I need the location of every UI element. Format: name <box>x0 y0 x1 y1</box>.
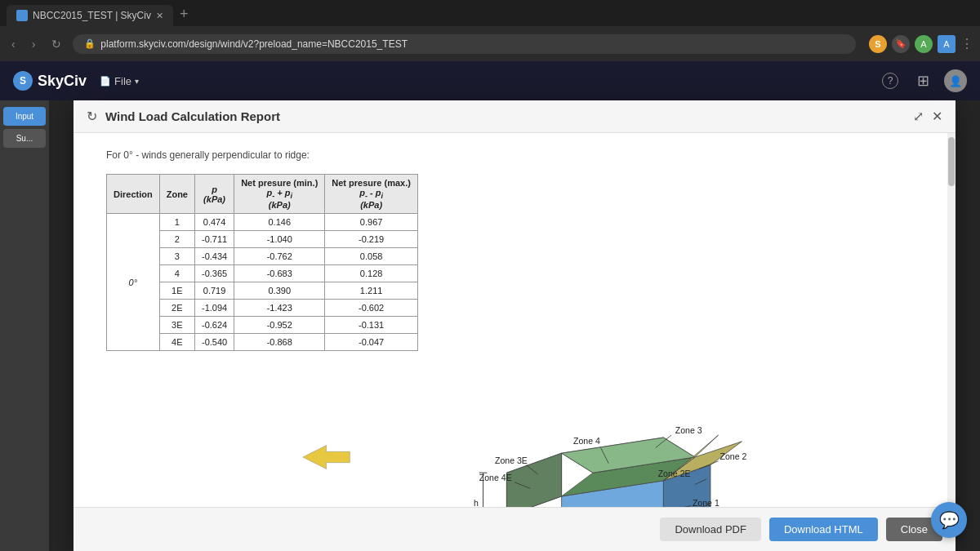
modal-footer: Download PDF Download HTML Close <box>74 507 956 551</box>
max-cell: -0.219 <box>325 231 418 248</box>
col-zone: Zone <box>159 175 194 214</box>
scrollbar-track[interactable] <box>947 133 956 507</box>
p-cell: 0.719 <box>194 282 234 300</box>
wind-arrow <box>303 446 350 469</box>
content-area: Input Su... ↻ Wind Load Calculation Repo… <box>0 100 980 551</box>
modal-expand-icon[interactable]: ⤢ <box>913 109 924 124</box>
scrollbar-thumb[interactable] <box>948 137 955 186</box>
zone-cell: 1E <box>159 282 194 300</box>
app-header: S SkyCiv 📄 File ▾ ? ⊞ 👤 <box>0 61 980 100</box>
nav-reload-button[interactable]: ↻ <box>47 35 66 53</box>
p-cell: -0.434 <box>194 248 234 265</box>
zone3e-label: Zone 3E <box>495 455 528 465</box>
browser-extension-2[interactable]: 🔖 <box>892 35 910 53</box>
avatar[interactable]: 👤 <box>944 69 967 92</box>
tab-bar: NBCC2015_TEST | SkyCiv ✕ + <box>0 0 980 26</box>
col-net-max: Net presure (max.)p- - pi(kPa) <box>325 175 418 214</box>
lock-icon: 🔒 <box>84 38 96 49</box>
min-cell: -0.952 <box>234 317 325 334</box>
browser-extension-4[interactable]: A <box>938 35 956 53</box>
left-panel: Input Su... <box>0 100 49 551</box>
summary-sidebar-button[interactable]: Su... <box>3 129 46 148</box>
pressure-table: Direction Zone p(kPa) Net presure (min.)… <box>106 174 418 351</box>
grid-menu-button[interactable]: ⊞ <box>911 69 934 92</box>
p-cell: 0.474 <box>194 214 234 231</box>
max-cell: 0.967 <box>325 214 418 231</box>
new-tab-button[interactable]: + <box>173 6 195 23</box>
min-cell: -0.868 <box>234 334 325 351</box>
input-sidebar-button[interactable]: Input <box>3 107 46 126</box>
zone2-label: Zone 2 <box>720 451 747 461</box>
zone-cell: 2 <box>159 231 194 248</box>
zone4e-label: Zone 4E <box>479 473 512 482</box>
tab-favicon <box>16 10 28 21</box>
modal-refresh-icon[interactable]: ↻ <box>87 109 97 124</box>
zone-cell: 1 <box>159 214 194 231</box>
min-cell: -1.423 <box>234 300 325 317</box>
chat-bubble-button[interactable]: 💬 <box>931 502 967 538</box>
tab-label: NBCC2015_TEST | SkyCiv <box>33 10 151 21</box>
nav-back-button[interactable]: ‹ <box>7 35 20 53</box>
col-direction: Direction <box>107 175 160 214</box>
nav-forward-button[interactable]: › <box>27 35 41 53</box>
min-cell: -1.040 <box>234 231 325 248</box>
browser-extension-1[interactable]: S <box>869 35 887 53</box>
max-cell: 0.128 <box>325 265 418 282</box>
zone-cell: 3 <box>159 248 194 265</box>
h-dim-label: h <box>474 498 479 507</box>
active-tab[interactable]: NBCC2015_TEST | SkyCiv ✕ <box>7 5 173 26</box>
zone-cell: 3E <box>159 317 194 334</box>
zone1-label: Zone 1 <box>693 498 719 507</box>
logo-text: SkyCiv <box>38 73 87 90</box>
help-icon: ? <box>882 73 898 89</box>
report-modal: ↻ Wind Load Calculation Report ⤢ ✕ For 0… <box>74 100 956 551</box>
skyciv-logo: S SkyCiv <box>13 71 87 91</box>
file-menu-button[interactable]: 📄 File ▾ <box>100 75 139 87</box>
zone-cell: 4E <box>159 334 194 351</box>
min-cell: -0.683 <box>234 265 325 282</box>
modal-title: Wind Load Calculation Report <box>105 109 905 123</box>
modal-body: For 0° - winds generally perpendicular t… <box>74 133 956 507</box>
min-cell: -0.762 <box>234 248 325 265</box>
col-p: p(kPa) <box>194 175 234 214</box>
modal-overlay: ↻ Wind Load Calculation Report ⤢ ✕ For 0… <box>49 100 980 551</box>
svg-marker-0 <box>303 446 350 469</box>
more-tools-button[interactable]: ⋮ <box>960 36 973 51</box>
modal-close-icon[interactable]: ✕ <box>932 109 942 124</box>
zone2e-label: Zone 2E <box>658 469 691 478</box>
section-subtitle: For 0° - winds generally perpendicular t… <box>106 149 923 161</box>
min-cell: 0.390 <box>234 282 325 300</box>
file-label: File <box>114 75 131 87</box>
browser-extension-3[interactable]: A <box>915 35 933 53</box>
zone-cell: 2E <box>159 300 194 317</box>
browser-icons: S 🔖 A A ⋮ <box>869 35 973 53</box>
col-net-min: Net presure (min.)p- + pi(kPa) <box>234 175 325 214</box>
p-cell: -0.540 <box>194 334 234 351</box>
building-diagram: h θ L Zone 3 Zone 2 Zo <box>106 371 923 507</box>
p-cell: -0.365 <box>194 265 234 282</box>
zone4-label: Zone 4 <box>573 436 600 446</box>
help-button[interactable]: ? <box>879 69 902 92</box>
tab-close-button[interactable]: ✕ <box>156 11 163 21</box>
p-cell: -0.624 <box>194 317 234 334</box>
browser-chrome: NBCC2015_TEST | SkyCiv ✕ + ‹ › ↻ 🔒 platf… <box>0 0 980 61</box>
direction-cell: 0° <box>107 214 160 351</box>
url-text: platform.skyciv.com/design/wind/v2?prelo… <box>100 38 408 50</box>
app-shell: S SkyCiv 📄 File ▾ ? ⊞ 👤 Input Su... <box>0 61 980 551</box>
p-cell: -1.094 <box>194 300 234 317</box>
modal-header-icons: ⤢ ✕ <box>913 109 942 124</box>
max-cell: -0.602 <box>325 300 418 317</box>
max-cell: -0.131 <box>325 317 418 334</box>
table-row: 0°10.4740.1460.967 <box>107 214 418 231</box>
file-icon: 📄 <box>100 76 111 87</box>
download-pdf-button[interactable]: Download PDF <box>660 518 760 541</box>
address-bar[interactable]: 🔒 platform.skyciv.com/design/wind/v2?pre… <box>73 34 856 54</box>
logo-icon: S <box>13 71 33 91</box>
max-cell: 1.211 <box>325 282 418 300</box>
zone3-label: Zone 3 <box>675 425 702 435</box>
header-right: ? ⊞ 👤 <box>879 69 967 92</box>
download-html-button[interactable]: Download HTML <box>769 518 878 541</box>
address-bar-row: ‹ › ↻ 🔒 platform.skyciv.com/design/wind/… <box>0 26 980 61</box>
max-cell: -0.047 <box>325 334 418 351</box>
max-cell: 0.058 <box>325 248 418 265</box>
